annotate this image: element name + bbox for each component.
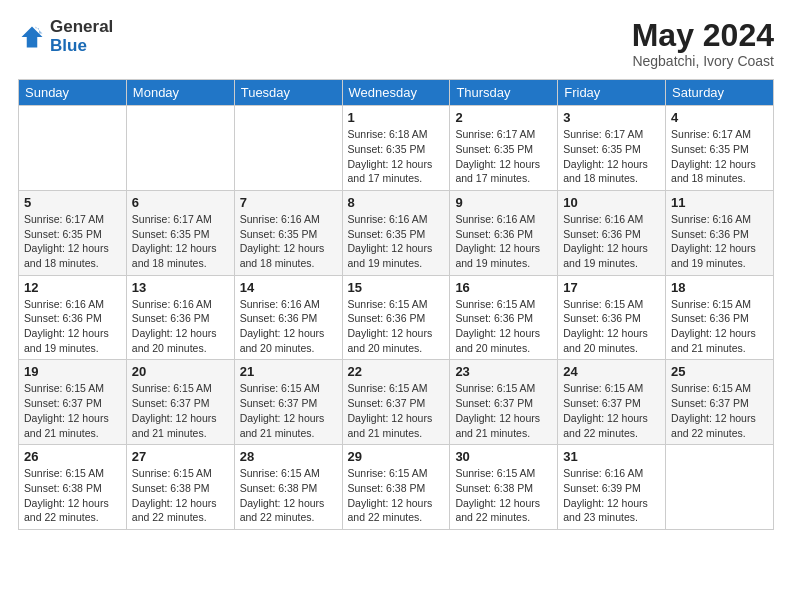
day-info: Sunrise: 6:16 AM Sunset: 6:39 PM Dayligh…: [563, 466, 660, 525]
week-row-4: 19Sunrise: 6:15 AM Sunset: 6:37 PM Dayli…: [19, 360, 774, 445]
table-row: 8Sunrise: 6:16 AM Sunset: 6:35 PM Daylig…: [342, 190, 450, 275]
day-info: Sunrise: 6:15 AM Sunset: 6:37 PM Dayligh…: [563, 381, 660, 440]
table-row: [234, 106, 342, 191]
col-friday: Friday: [558, 80, 666, 106]
day-number: 12: [24, 280, 121, 295]
table-row: 27Sunrise: 6:15 AM Sunset: 6:38 PM Dayli…: [126, 445, 234, 530]
table-row: 20Sunrise: 6:15 AM Sunset: 6:37 PM Dayli…: [126, 360, 234, 445]
col-saturday: Saturday: [666, 80, 774, 106]
day-info: Sunrise: 6:15 AM Sunset: 6:38 PM Dayligh…: [348, 466, 445, 525]
day-info: Sunrise: 6:15 AM Sunset: 6:37 PM Dayligh…: [24, 381, 121, 440]
header: General Blue May 2024 Negbatchi, Ivory C…: [18, 18, 774, 69]
day-info: Sunrise: 6:16 AM Sunset: 6:36 PM Dayligh…: [671, 212, 768, 271]
table-row: 31Sunrise: 6:16 AM Sunset: 6:39 PM Dayli…: [558, 445, 666, 530]
table-row: 1Sunrise: 6:18 AM Sunset: 6:35 PM Daylig…: [342, 106, 450, 191]
table-row: 7Sunrise: 6:16 AM Sunset: 6:35 PM Daylig…: [234, 190, 342, 275]
day-number: 28: [240, 449, 337, 464]
day-number: 15: [348, 280, 445, 295]
logo: General Blue: [18, 18, 113, 55]
day-info: Sunrise: 6:15 AM Sunset: 6:38 PM Dayligh…: [24, 466, 121, 525]
week-row-1: 1Sunrise: 6:18 AM Sunset: 6:35 PM Daylig…: [19, 106, 774, 191]
svg-marker-0: [22, 26, 43, 47]
table-row: 16Sunrise: 6:15 AM Sunset: 6:36 PM Dayli…: [450, 275, 558, 360]
day-number: 27: [132, 449, 229, 464]
day-info: Sunrise: 6:15 AM Sunset: 6:38 PM Dayligh…: [240, 466, 337, 525]
table-row: [126, 106, 234, 191]
day-info: Sunrise: 6:17 AM Sunset: 6:35 PM Dayligh…: [563, 127, 660, 186]
day-info: Sunrise: 6:16 AM Sunset: 6:36 PM Dayligh…: [132, 297, 229, 356]
day-info: Sunrise: 6:15 AM Sunset: 6:37 PM Dayligh…: [671, 381, 768, 440]
day-number: 2: [455, 110, 552, 125]
table-row: 26Sunrise: 6:15 AM Sunset: 6:38 PM Dayli…: [19, 445, 127, 530]
table-row: 15Sunrise: 6:15 AM Sunset: 6:36 PM Dayli…: [342, 275, 450, 360]
title-block: May 2024 Negbatchi, Ivory Coast: [632, 18, 774, 69]
table-row: 18Sunrise: 6:15 AM Sunset: 6:36 PM Dayli…: [666, 275, 774, 360]
week-row-2: 5Sunrise: 6:17 AM Sunset: 6:35 PM Daylig…: [19, 190, 774, 275]
col-wednesday: Wednesday: [342, 80, 450, 106]
table-row: 3Sunrise: 6:17 AM Sunset: 6:35 PM Daylig…: [558, 106, 666, 191]
month-year-title: May 2024: [632, 18, 774, 53]
day-number: 31: [563, 449, 660, 464]
week-row-3: 12Sunrise: 6:16 AM Sunset: 6:36 PM Dayli…: [19, 275, 774, 360]
day-number: 21: [240, 364, 337, 379]
day-info: Sunrise: 6:16 AM Sunset: 6:35 PM Dayligh…: [348, 212, 445, 271]
day-info: Sunrise: 6:15 AM Sunset: 6:36 PM Dayligh…: [563, 297, 660, 356]
col-tuesday: Tuesday: [234, 80, 342, 106]
day-info: Sunrise: 6:15 AM Sunset: 6:36 PM Dayligh…: [455, 297, 552, 356]
day-info: Sunrise: 6:15 AM Sunset: 6:37 PM Dayligh…: [455, 381, 552, 440]
day-number: 9: [455, 195, 552, 210]
day-number: 8: [348, 195, 445, 210]
calendar-table: Sunday Monday Tuesday Wednesday Thursday…: [18, 79, 774, 530]
table-row: 10Sunrise: 6:16 AM Sunset: 6:36 PM Dayli…: [558, 190, 666, 275]
day-number: 7: [240, 195, 337, 210]
table-row: 12Sunrise: 6:16 AM Sunset: 6:36 PM Dayli…: [19, 275, 127, 360]
col-thursday: Thursday: [450, 80, 558, 106]
logo-icon: [18, 23, 46, 51]
table-row: 22Sunrise: 6:15 AM Sunset: 6:37 PM Dayli…: [342, 360, 450, 445]
day-number: 25: [671, 364, 768, 379]
day-info: Sunrise: 6:15 AM Sunset: 6:37 PM Dayligh…: [132, 381, 229, 440]
table-row: 29Sunrise: 6:15 AM Sunset: 6:38 PM Dayli…: [342, 445, 450, 530]
day-number: 16: [455, 280, 552, 295]
table-row: [19, 106, 127, 191]
day-info: Sunrise: 6:18 AM Sunset: 6:35 PM Dayligh…: [348, 127, 445, 186]
day-number: 24: [563, 364, 660, 379]
day-info: Sunrise: 6:16 AM Sunset: 6:36 PM Dayligh…: [455, 212, 552, 271]
day-info: Sunrise: 6:15 AM Sunset: 6:38 PM Dayligh…: [132, 466, 229, 525]
day-info: Sunrise: 6:15 AM Sunset: 6:36 PM Dayligh…: [348, 297, 445, 356]
day-number: 29: [348, 449, 445, 464]
week-row-5: 26Sunrise: 6:15 AM Sunset: 6:38 PM Dayli…: [19, 445, 774, 530]
day-number: 26: [24, 449, 121, 464]
col-sunday: Sunday: [19, 80, 127, 106]
table-row: [666, 445, 774, 530]
logo-blue: Blue: [50, 37, 113, 56]
day-info: Sunrise: 6:16 AM Sunset: 6:36 PM Dayligh…: [563, 212, 660, 271]
day-number: 17: [563, 280, 660, 295]
logo-text: General Blue: [50, 18, 113, 55]
day-number: 20: [132, 364, 229, 379]
table-row: 17Sunrise: 6:15 AM Sunset: 6:36 PM Dayli…: [558, 275, 666, 360]
table-row: 24Sunrise: 6:15 AM Sunset: 6:37 PM Dayli…: [558, 360, 666, 445]
day-info: Sunrise: 6:17 AM Sunset: 6:35 PM Dayligh…: [671, 127, 768, 186]
day-info: Sunrise: 6:15 AM Sunset: 6:37 PM Dayligh…: [240, 381, 337, 440]
table-row: 11Sunrise: 6:16 AM Sunset: 6:36 PM Dayli…: [666, 190, 774, 275]
day-number: 3: [563, 110, 660, 125]
table-row: 9Sunrise: 6:16 AM Sunset: 6:36 PM Daylig…: [450, 190, 558, 275]
day-number: 6: [132, 195, 229, 210]
day-number: 11: [671, 195, 768, 210]
table-row: 19Sunrise: 6:15 AM Sunset: 6:37 PM Dayli…: [19, 360, 127, 445]
day-number: 19: [24, 364, 121, 379]
day-number: 1: [348, 110, 445, 125]
table-row: 4Sunrise: 6:17 AM Sunset: 6:35 PM Daylig…: [666, 106, 774, 191]
header-row: Sunday Monday Tuesday Wednesday Thursday…: [19, 80, 774, 106]
day-number: 22: [348, 364, 445, 379]
day-number: 23: [455, 364, 552, 379]
table-row: 23Sunrise: 6:15 AM Sunset: 6:37 PM Dayli…: [450, 360, 558, 445]
day-info: Sunrise: 6:15 AM Sunset: 6:36 PM Dayligh…: [671, 297, 768, 356]
col-monday: Monday: [126, 80, 234, 106]
day-number: 18: [671, 280, 768, 295]
table-row: 5Sunrise: 6:17 AM Sunset: 6:35 PM Daylig…: [19, 190, 127, 275]
page: General Blue May 2024 Negbatchi, Ivory C…: [0, 0, 792, 612]
day-number: 13: [132, 280, 229, 295]
day-number: 10: [563, 195, 660, 210]
